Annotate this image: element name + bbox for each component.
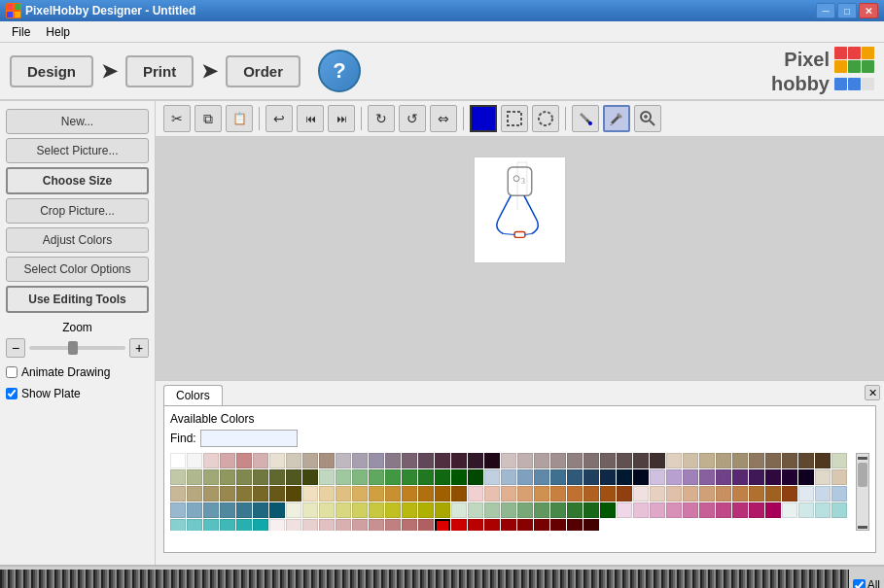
color-swatch[interactable] xyxy=(352,502,368,518)
color-swatch[interactable] xyxy=(633,453,649,468)
color-swatch[interactable] xyxy=(170,469,186,485)
color-swatch[interactable] xyxy=(269,519,285,531)
color-scrollbar[interactable] xyxy=(856,453,869,531)
color-swatch[interactable] xyxy=(451,486,467,502)
color-swatch[interactable] xyxy=(550,486,566,502)
color-swatch[interactable] xyxy=(302,453,318,468)
select-rect-tool[interactable] xyxy=(501,105,528,132)
color-swatch[interactable] xyxy=(666,453,682,468)
color-swatch[interactable] xyxy=(286,486,301,502)
color-swatch[interactable] xyxy=(583,469,599,485)
color-swatch[interactable] xyxy=(749,469,764,485)
color-swatch[interactable] xyxy=(732,502,748,518)
color-swatch[interactable] xyxy=(567,519,583,531)
color-swatch[interactable] xyxy=(716,502,731,518)
color-swatch[interactable] xyxy=(633,502,649,518)
color-swatch[interactable] xyxy=(501,519,516,531)
color-swatch[interactable] xyxy=(650,453,665,468)
color-swatch[interactable] xyxy=(484,453,500,468)
color-swatch[interactable] xyxy=(220,453,235,468)
find-input[interactable] xyxy=(200,430,298,447)
select-color-options-button[interactable]: Select Color Options xyxy=(6,257,149,282)
color-swatch[interactable] xyxy=(617,502,632,518)
color-swatch[interactable] xyxy=(732,486,748,502)
color-swatch[interactable] xyxy=(815,486,831,502)
color-swatch[interactable] xyxy=(468,502,483,518)
color-swatch[interactable] xyxy=(831,469,847,485)
color-swatch[interactable] xyxy=(418,453,434,468)
color-swatch[interactable] xyxy=(170,453,186,468)
color-swatch[interactable] xyxy=(402,469,417,485)
color-swatch[interactable] xyxy=(336,486,351,502)
color-swatch[interactable] xyxy=(517,519,533,531)
color-swatch[interactable] xyxy=(203,453,219,468)
maximize-button[interactable]: □ xyxy=(837,3,857,18)
color-swatch[interactable] xyxy=(517,469,533,485)
color-swatch[interactable] xyxy=(765,453,781,468)
color-swatch[interactable] xyxy=(583,486,599,502)
color-swatch[interactable] xyxy=(418,469,434,485)
color-swatch[interactable] xyxy=(418,519,434,531)
color-swatch[interactable] xyxy=(269,486,285,502)
color-swatch[interactable] xyxy=(517,486,533,502)
color-swatch[interactable] xyxy=(765,469,781,485)
color-swatch[interactable] xyxy=(369,519,384,531)
color-swatch[interactable] xyxy=(418,486,434,502)
color-swatch[interactable] xyxy=(699,453,715,468)
color-swatch[interactable] xyxy=(451,519,467,531)
color-swatch[interactable] xyxy=(187,502,202,518)
color-swatch[interactable] xyxy=(402,453,417,468)
select-ellipse-tool[interactable] xyxy=(532,105,559,132)
color-swatch[interactable] xyxy=(319,502,335,518)
color-swatch[interactable] xyxy=(269,453,285,468)
menu-file[interactable]: File xyxy=(4,23,38,41)
flip-tool[interactable]: ⇔ xyxy=(430,105,457,132)
color-swatch[interactable] xyxy=(666,502,682,518)
color-swatch[interactable] xyxy=(683,486,698,502)
color-swatch[interactable] xyxy=(534,453,549,468)
color-swatch[interactable] xyxy=(385,469,401,485)
help-button[interactable]: ? xyxy=(318,50,361,92)
zoom-plus-button[interactable]: + xyxy=(129,338,149,358)
color-swatch[interactable] xyxy=(798,469,814,485)
color-swatch[interactable] xyxy=(567,486,583,502)
crop-picture-button[interactable]: Crop Picture... xyxy=(6,198,149,224)
color-swatch[interactable] xyxy=(187,486,202,502)
color-swatch[interactable] xyxy=(683,469,698,485)
all-checkbox[interactable] xyxy=(853,579,866,589)
color-swatch[interactable] xyxy=(170,502,186,518)
color-swatch[interactable] xyxy=(550,519,566,531)
color-swatch[interactable] xyxy=(517,453,533,468)
color-swatch[interactable] xyxy=(435,519,450,531)
color-swatch[interactable] xyxy=(269,502,285,518)
color-swatch[interactable] xyxy=(550,453,566,468)
color-swatch[interactable] xyxy=(385,453,401,468)
color-swatch[interactable] xyxy=(352,519,368,531)
color-swatch[interactable] xyxy=(269,469,285,485)
color-swatch[interactable] xyxy=(435,453,450,468)
forward-tool[interactable]: ⏭ xyxy=(328,105,355,132)
color-swatch[interactable] xyxy=(683,453,698,468)
minimize-button[interactable]: ─ xyxy=(816,3,835,18)
color-swatch[interactable] xyxy=(253,519,268,531)
color-swatch[interactable] xyxy=(369,453,384,468)
color-swatch[interactable] xyxy=(253,453,268,468)
color-swatch[interactable] xyxy=(484,502,500,518)
color-swatch[interactable] xyxy=(666,469,682,485)
color-swatch[interactable] xyxy=(716,486,731,502)
color-swatch[interactable] xyxy=(782,469,797,485)
color-swatch[interactable] xyxy=(600,502,616,518)
color-swatch[interactable] xyxy=(451,453,467,468)
color-swatch[interactable] xyxy=(749,486,764,502)
color-swatch[interactable] xyxy=(501,453,516,468)
zoom-minus-button[interactable]: − xyxy=(6,338,25,358)
color-swatch[interactable] xyxy=(815,502,831,518)
color-swatch[interactable] xyxy=(319,486,335,502)
order-button[interactable]: Order xyxy=(226,55,301,87)
color-swatch[interactable] xyxy=(385,519,401,531)
color-swatch[interactable] xyxy=(236,469,252,485)
color-swatch[interactable] xyxy=(352,469,368,485)
color-swatch[interactable] xyxy=(633,486,649,502)
canvas-area[interactable]: 3 xyxy=(156,137,884,380)
color-swatch[interactable] xyxy=(831,502,847,518)
